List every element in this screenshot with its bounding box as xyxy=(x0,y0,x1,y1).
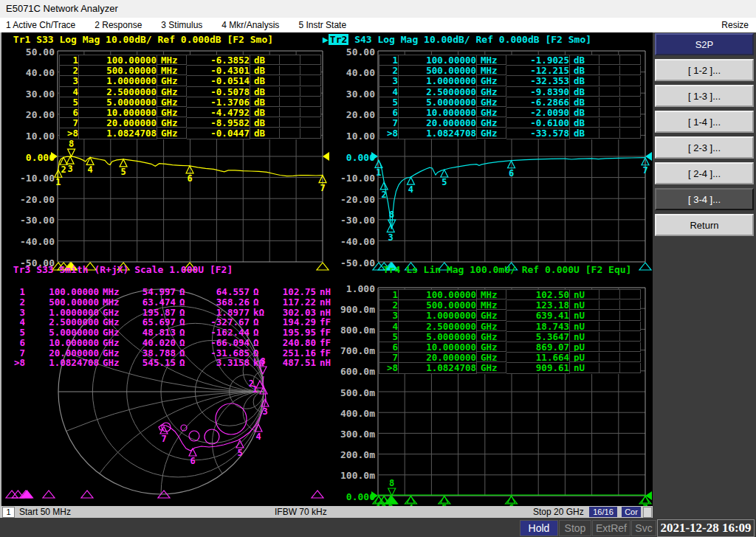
marker-table-cell xyxy=(599,128,620,138)
marker-table-cell xyxy=(599,108,620,117)
marker-table-cell: 5 xyxy=(379,97,399,108)
y-axis-label-tr2: 20.00 xyxy=(325,109,375,120)
marker-table-cell: dB xyxy=(570,97,599,107)
trace-title-tr3[interactable]: Tr3 S33 Smith (R+jX) Scale 1.000U [F2] xyxy=(7,264,233,275)
trace-title-tr4[interactable]: Tr4 Ls Lin Mag 100.0mU/ Ref 0.000U [F2 E… xyxy=(377,264,631,275)
marker-table-cell xyxy=(300,76,321,86)
return-button[interactable]: Return xyxy=(655,214,754,236)
stimulus-marker[interactable] xyxy=(6,491,18,498)
y-axis-label-tr4: 300.0m xyxy=(325,429,375,440)
marker-table-cell: GHz xyxy=(477,76,506,86)
marker-table-cell: 1 xyxy=(379,55,399,66)
marker-table-cell: 251.16 xyxy=(264,348,316,358)
softkey-button-2-3[interactable]: [ 2-3 ]... xyxy=(655,136,754,159)
softkey-button-1-2[interactable]: [ 1-2 ]... xyxy=(655,59,754,81)
softkey-button-1-3[interactable]: [ 1-3 ]... xyxy=(655,85,754,107)
marker-table-cell xyxy=(280,66,300,75)
marker-table-cell: >8 xyxy=(60,128,79,139)
y-axis-label-tr1: 40.00 xyxy=(0,67,55,78)
stimulus-marker[interactable] xyxy=(43,491,55,498)
y-axis-label-tr2: 40.00 xyxy=(325,67,375,78)
marker-table-cell: -1.9025 xyxy=(506,55,570,66)
menu-item-4[interactable]: 4 Mkr/Analysis xyxy=(221,20,279,30)
marker-table-cell: 5.3647 xyxy=(506,332,570,342)
marker-table-cell: 6 xyxy=(60,108,79,118)
marker-table-cell xyxy=(599,97,620,107)
marker-table-cell xyxy=(620,363,641,373)
marker-table-cell: 194.29 xyxy=(264,317,316,328)
softkey-button-1-4[interactable]: [ 1-4 ]... xyxy=(655,111,754,133)
softkey-title-s2p: S2P xyxy=(655,33,754,55)
marker-table-cell: GHz xyxy=(477,342,506,352)
marker-table-cell: -327.67 xyxy=(189,317,250,328)
marker-table-cell: 1.0824708 xyxy=(79,128,157,139)
marker-table-cell: 1 xyxy=(379,290,399,300)
marker-table-cell xyxy=(599,66,620,75)
menu-item-1[interactable]: 1 Active Ch/Trace xyxy=(6,20,75,30)
marker-table-cell: 2 xyxy=(379,300,399,311)
stimulus-marker[interactable] xyxy=(312,491,323,498)
marker-table-cell xyxy=(280,55,300,65)
marker-table-cell xyxy=(599,322,620,331)
marker-table-cell: GHz xyxy=(99,317,124,328)
marker-table-cell: 195.87 xyxy=(124,308,176,318)
y-axis-label-tr4: 400.0m xyxy=(325,408,375,419)
trace-title-tr1[interactable]: Tr1 S33 Log Mag 10.00dB/ Ref 0.000dB [F2… xyxy=(7,34,273,45)
system-bar: Hold Stop ExtRef Svc 2021-12-28 16:09 xyxy=(0,518,756,537)
marker-table-cell: Ω xyxy=(176,317,189,328)
marker-table-cell: 2.5000000 xyxy=(399,322,477,332)
marker-table-cell: -4.4792 xyxy=(187,108,250,118)
marker-table-cell: 5.0000000 xyxy=(399,332,477,342)
marker-table-cell xyxy=(280,97,300,107)
menu-item-5[interactable]: 5 Instr State xyxy=(298,20,346,30)
y-axis-label-tr4: 600.0m xyxy=(325,366,375,377)
softkey-button-2-4[interactable]: [ 2-4 ]... xyxy=(655,162,754,184)
softkey-button-3-4[interactable]: [ 3-4 ]... xyxy=(655,188,754,210)
marker-table-cell: 1.8977 xyxy=(189,308,250,318)
marker-table-cell: nU xyxy=(570,332,599,342)
marker-table-cell: 2 xyxy=(60,66,79,76)
resize-button[interactable]: Resize xyxy=(721,18,749,32)
marker-7-label: 7 xyxy=(642,165,647,176)
marker-table-cell: Ω xyxy=(176,348,189,358)
marker-table-cell: Ω xyxy=(250,338,264,348)
marker-table-cell: -12.215 xyxy=(506,66,570,76)
marker-table-cell: 500.00000 xyxy=(399,66,477,76)
marker-table-cell: 10.000000 xyxy=(399,342,477,353)
marker-table-cell: Ω xyxy=(176,338,189,348)
marker-table-cell: -0.0514 xyxy=(187,76,250,86)
marker-table-cell xyxy=(300,128,321,138)
marker-table-cell: -2.0090 xyxy=(506,108,570,118)
marker-3-label: 3 xyxy=(388,232,394,243)
menu-item-2[interactable]: 2 Response xyxy=(94,20,142,30)
marker-table-cell: 1 xyxy=(60,55,79,66)
marker-table-cell: -8.9582 xyxy=(187,118,250,128)
marker-table-cell: GHz xyxy=(99,308,124,318)
marker-table-cell: 4 xyxy=(7,317,25,328)
marker-table-cell: 1.0000000 xyxy=(25,308,99,318)
marker-table-cell: GHz xyxy=(157,97,187,107)
marker-table-cell: -6.2866 xyxy=(506,97,570,108)
trace-title-tr2[interactable]: ▶Tr2 S43 Log Mag 10.00dB/ Ref 0.000dB [F… xyxy=(323,34,591,45)
trace-name-tr2: Tr2 xyxy=(329,34,348,45)
y-axis-label-tr2: 0.000 xyxy=(325,152,375,163)
y-axis-label-tr1: 50.00 xyxy=(0,46,55,58)
menu-item-3[interactable]: 3 Stimulus xyxy=(161,20,202,30)
marker-table-cell: 20.000000 xyxy=(399,353,477,363)
marker-table-cell: -0.0447 xyxy=(187,128,250,139)
marker-table-cell: Ω xyxy=(250,297,264,308)
marker-table-cell: >8 xyxy=(379,363,399,373)
marker-table-cell xyxy=(599,332,620,342)
stimulus-marker[interactable] xyxy=(639,263,651,270)
marker-table-cell: 869.07 xyxy=(506,342,570,353)
marker-table-cell: 5.0000000 xyxy=(399,97,477,108)
marker-table-cell xyxy=(620,300,641,310)
marker-table-cell: 909.61 xyxy=(506,363,570,373)
marker-table-cell: dB xyxy=(570,76,599,86)
marker-table-cell: 10.000000 xyxy=(79,108,157,118)
marker-2-label: 2 xyxy=(61,164,66,175)
stimulus-marker[interactable] xyxy=(81,491,93,498)
y-axis-label-tr4: 1.000 xyxy=(325,283,375,294)
marker-1-label: 1 xyxy=(376,167,381,178)
marker-table-cell xyxy=(300,66,321,75)
